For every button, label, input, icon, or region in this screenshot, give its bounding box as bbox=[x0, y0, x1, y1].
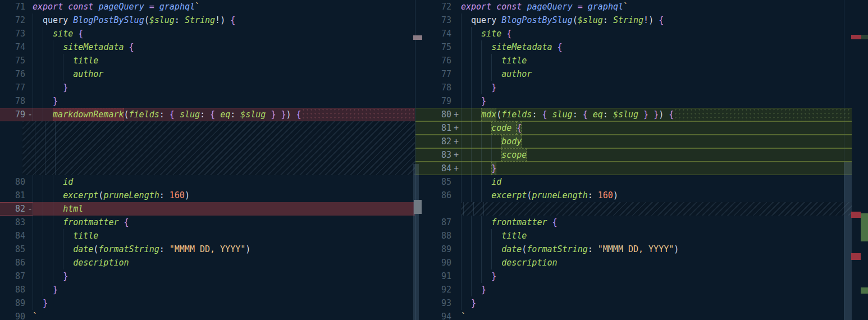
modified-pane[interactable]: 72export const pageQuery = graphql`73 qu… bbox=[415, 0, 868, 320]
code-line[interactable]: 88 title bbox=[415, 229, 852, 243]
code-content[interactable]: title bbox=[33, 54, 415, 67]
code-line[interactable]: 72export const pageQuery = graphql` bbox=[415, 0, 852, 13]
code-line[interactable]: 90 description bbox=[415, 256, 852, 269]
code-content[interactable]: scope bbox=[461, 148, 852, 162]
code-line[interactable]: 75 siteMetadata { bbox=[415, 40, 852, 54]
code-line[interactable]: 72 query BlogPostBySlug($slug: String!) … bbox=[0, 13, 415, 27]
code-content[interactable]: id bbox=[461, 175, 852, 189]
code-content[interactable]: html bbox=[33, 202, 415, 216]
code-content[interactable]: } bbox=[33, 296, 415, 310]
code-content[interactable]: } bbox=[33, 94, 415, 108]
code-content[interactable]: date(formatString: "MMMM DD, YYYY") bbox=[461, 243, 852, 256]
diff-marker-added: + bbox=[451, 108, 461, 121]
code-line[interactable]: 77 author bbox=[415, 67, 852, 81]
code-line[interactable]: 79- markdownRemark(fields: { slug: { eq:… bbox=[0, 108, 415, 121]
code-content[interactable]: export const pageQuery = graphql` bbox=[33, 0, 415, 13]
code-line[interactable]: 80 id bbox=[0, 175, 415, 189]
code-content[interactable]: code { bbox=[461, 121, 852, 135]
code-line[interactable]: 88 } bbox=[0, 283, 415, 296]
diff-marker-none bbox=[451, 229, 461, 243]
code-content[interactable]: title bbox=[461, 229, 852, 243]
code-content[interactable]: excerpt(pruneLength: 160) bbox=[461, 189, 852, 202]
indent-guide bbox=[471, 135, 481, 148]
code-content[interactable]: description bbox=[33, 256, 415, 269]
code-line[interactable]: 76 author bbox=[0, 67, 415, 81]
code-content[interactable]: excerpt(pruneLength: 160) bbox=[33, 189, 415, 202]
code-content[interactable]: query BlogPostBySlug($slug: String!) { bbox=[33, 13, 415, 27]
code-line[interactable]: 80+ mdx(fields: { slug: { eq: $slug } })… bbox=[415, 108, 852, 121]
code-content[interactable]: markdownRemark(fields: { slug: { eq: $sl… bbox=[33, 108, 415, 121]
code-line[interactable]: 87 frontmatter { bbox=[415, 216, 852, 229]
code-content[interactable]: } bbox=[33, 283, 415, 296]
code-line[interactable]: 83+ scope bbox=[415, 148, 852, 162]
code-content[interactable]: title bbox=[33, 229, 415, 243]
code-line[interactable]: 73 query BlogPostBySlug($slug: String!) … bbox=[415, 13, 852, 27]
code-content[interactable]: } bbox=[33, 81, 415, 94]
code-line[interactable]: 84 title bbox=[0, 229, 415, 243]
code-line[interactable]: 74 siteMetadata { bbox=[0, 40, 415, 54]
code-content[interactable]: site { bbox=[33, 27, 415, 40]
code-line[interactable]: 78 } bbox=[0, 94, 415, 108]
code-line[interactable]: 87 } bbox=[0, 269, 415, 283]
code-line[interactable]: 75 title bbox=[0, 54, 415, 67]
code-content[interactable]: } bbox=[461, 81, 852, 94]
code-content[interactable]: mdx(fields: { slug: { eq: $slug } }) { bbox=[461, 108, 852, 121]
code-content[interactable]: } bbox=[461, 283, 852, 296]
original-pane[interactable]: 71export const pageQuery = graphql`72 qu… bbox=[0, 0, 415, 320]
code-line[interactable]: 93 } bbox=[415, 296, 852, 310]
code-content[interactable]: } bbox=[33, 269, 415, 283]
code-line[interactable]: 86 excerpt(pruneLength: 160) bbox=[415, 189, 852, 202]
code-content[interactable]: id bbox=[33, 175, 415, 189]
right-scrollbar-thumb[interactable] bbox=[844, 162, 852, 320]
code-content[interactable]: title bbox=[461, 54, 852, 67]
code-content[interactable]: description bbox=[461, 256, 852, 269]
code-line[interactable]: 81+ code { bbox=[415, 121, 852, 135]
indent-guide bbox=[53, 54, 63, 67]
left-scrollbar-thumb[interactable] bbox=[413, 164, 419, 320]
code-line[interactable]: 84+ } bbox=[415, 162, 852, 175]
code-line[interactable]: 79 } bbox=[415, 94, 852, 108]
code-line[interactable]: 89 } bbox=[0, 296, 415, 310]
code-content[interactable]: } bbox=[461, 269, 852, 283]
code-content[interactable]: ` bbox=[33, 310, 415, 320]
code-line[interactable]: 85 date(formatString: "MMMM DD, YYYY") bbox=[0, 243, 415, 256]
code-line[interactable]: 91 } bbox=[415, 269, 852, 283]
code-content[interactable]: site { bbox=[461, 27, 852, 40]
code-line[interactable]: 90` bbox=[0, 310, 415, 320]
token: siteMetadata bbox=[491, 40, 557, 54]
code-content[interactable]: author bbox=[33, 67, 415, 81]
code-content[interactable]: } bbox=[461, 162, 852, 175]
token: $slug bbox=[240, 108, 266, 121]
code-content[interactable]: export const pageQuery = graphql` bbox=[461, 0, 852, 13]
code-line[interactable]: 82+ body bbox=[415, 135, 852, 148]
code-content[interactable]: body bbox=[461, 135, 852, 148]
code-content[interactable]: siteMetadata { bbox=[33, 40, 415, 54]
code-line[interactable]: 89 date(formatString: "MMMM DD, YYYY") bbox=[415, 243, 852, 256]
indent-guide bbox=[43, 243, 53, 256]
code-line[interactable]: 83 frontmatter { bbox=[0, 216, 415, 229]
code-line[interactable]: 85 id bbox=[415, 175, 852, 189]
code-content[interactable]: frontmatter { bbox=[33, 216, 415, 229]
code-line[interactable]: 74 site { bbox=[415, 27, 852, 40]
code-line[interactable]: 92 } bbox=[415, 283, 852, 296]
code-line[interactable]: 81 excerpt(pruneLength: 160) bbox=[0, 189, 415, 202]
indent-guide bbox=[481, 216, 491, 229]
code-content[interactable]: frontmatter { bbox=[461, 216, 852, 229]
code-content[interactable]: siteMetadata { bbox=[461, 40, 852, 54]
indent-guide bbox=[43, 202, 53, 216]
code-line[interactable]: 86 description bbox=[0, 256, 415, 269]
code-line[interactable]: 73 site { bbox=[0, 27, 415, 40]
code-line[interactable]: 76 title bbox=[415, 54, 852, 67]
code-content[interactable]: ` bbox=[461, 310, 852, 320]
code-line[interactable]: 78 } bbox=[415, 81, 852, 94]
code-content[interactable]: author bbox=[461, 67, 852, 81]
code-content[interactable]: date(formatString: "MMMM DD, YYYY") bbox=[33, 243, 415, 256]
code-line[interactable]: 77 } bbox=[0, 81, 415, 94]
diff-marker-none bbox=[25, 54, 33, 67]
code-line[interactable]: 71export const pageQuery = graphql` bbox=[0, 0, 415, 13]
code-line[interactable]: 82- html bbox=[0, 202, 415, 216]
code-content[interactable]: } bbox=[461, 94, 852, 108]
code-line[interactable]: 94` bbox=[415, 310, 852, 320]
code-content[interactable]: query BlogPostBySlug($slug: String!) { bbox=[461, 13, 852, 27]
code-content[interactable]: } bbox=[461, 296, 852, 310]
